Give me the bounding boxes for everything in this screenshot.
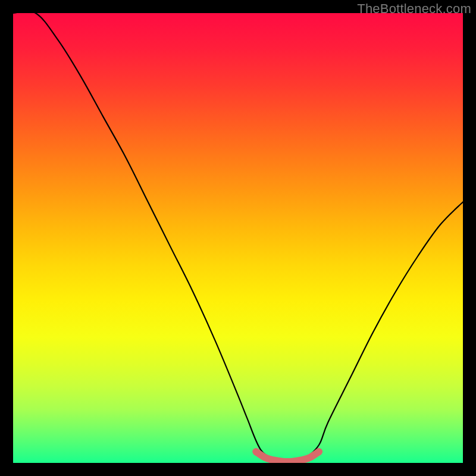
bottleneck-curve (13, 13, 463, 463)
chart-plot-area (13, 13, 463, 463)
chart-frame: TheBottleneck.com (0, 0, 476, 476)
watermark-text: TheBottleneck.com (357, 1, 471, 17)
chart-svg (13, 13, 463, 463)
optimal-range-marker (256, 452, 319, 462)
